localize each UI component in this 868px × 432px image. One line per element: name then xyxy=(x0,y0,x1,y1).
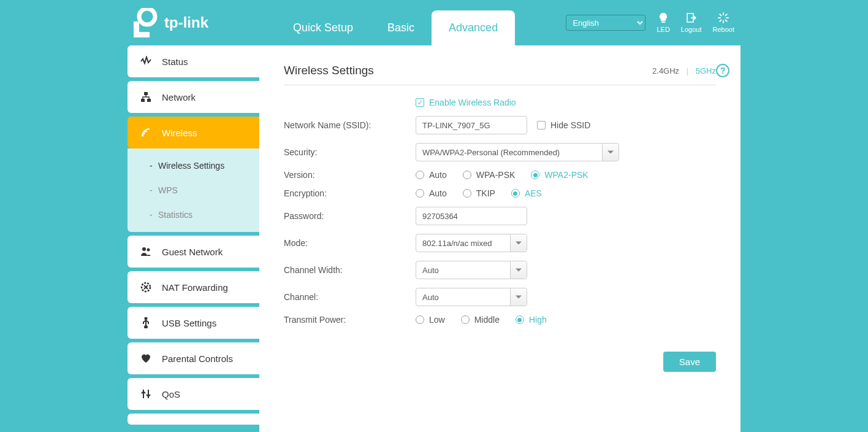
svg-point-15 xyxy=(142,135,144,137)
nat-icon xyxy=(140,281,152,293)
svg-line-9 xyxy=(726,20,727,21)
svg-point-0 xyxy=(139,9,155,25)
logout-button[interactable]: Logout xyxy=(681,12,702,33)
band-24ghz-tab[interactable]: 2.4GHz xyxy=(652,66,679,75)
page-title: Wireless Settings xyxy=(284,64,374,77)
password-input[interactable] xyxy=(416,207,527,225)
sidebar-item-network[interactable]: Network xyxy=(128,81,259,113)
sidebar-subitem-wireless-settings[interactable]: Wireless Settings xyxy=(128,153,259,178)
language-select[interactable]: English xyxy=(566,15,645,31)
enable-wireless-checkbox[interactable]: ✓ Enable Wireless Radio xyxy=(416,98,516,107)
sidebar-item-guest-network[interactable]: Guest Network xyxy=(128,236,259,268)
heart-icon xyxy=(140,352,152,364)
hide-ssid-checkbox[interactable]: Hide SSID xyxy=(537,120,590,130)
version-wpa2-psk-radio[interactable]: WPA2-PSK xyxy=(531,170,588,180)
sidebar-item-parental-controls[interactable]: Parental Controls xyxy=(128,342,259,374)
content-panel: ? Wireless Settings 2.4GHz | 5GHz ✓ Enab… xyxy=(259,45,740,432)
bulb-icon xyxy=(658,12,669,23)
ssid-label: Network Name (SSID): xyxy=(284,120,416,130)
sidebar-item-usb-settings[interactable]: USB Settings xyxy=(128,307,259,339)
channel-label: Channel: xyxy=(284,292,416,302)
band-5ghz-tab[interactable]: 5GHz xyxy=(696,66,716,75)
svg-point-16 xyxy=(142,247,146,251)
network-icon xyxy=(140,91,152,103)
power-middle-radio[interactable]: Middle xyxy=(461,315,500,325)
tab-basic[interactable]: Basic xyxy=(370,10,432,45)
wireless-icon xyxy=(140,126,152,139)
channel-select[interactable]: Auto xyxy=(416,288,527,306)
version-wpa-psk-radio[interactable]: WPA-PSK xyxy=(463,170,516,180)
save-button[interactable]: Save xyxy=(663,352,716,372)
mode-label: Mode: xyxy=(284,238,416,248)
qos-icon xyxy=(140,388,152,400)
security-label: Security: xyxy=(284,147,416,157)
transmit-power-label: Transmit Power: xyxy=(284,315,416,325)
sidebar-item-qos[interactable]: QoS xyxy=(128,378,259,410)
checkbox-icon: ✓ xyxy=(416,98,424,107)
logout-icon xyxy=(686,12,697,23)
sidebar-subitem-statistics[interactable]: Statistics xyxy=(128,202,259,227)
usb-icon xyxy=(140,317,152,329)
guest-icon xyxy=(140,245,152,258)
reboot-button[interactable]: Reboot xyxy=(713,12,734,33)
svg-line-11 xyxy=(726,14,727,15)
channel-width-select[interactable]: Auto xyxy=(416,261,527,279)
checkbox-icon xyxy=(537,121,546,129)
reboot-icon xyxy=(718,12,729,23)
sidebar-item-nat-forwarding[interactable]: NAT Forwarding xyxy=(128,271,259,303)
encryption-tkip-radio[interactable]: TKIP xyxy=(463,188,495,198)
status-icon xyxy=(140,55,152,68)
svg-rect-2 xyxy=(134,32,150,37)
security-select[interactable]: WPA/WPA2-Personal (Recommended) xyxy=(416,143,619,161)
tab-quick-setup[interactable]: Quick Setup xyxy=(276,10,370,45)
svg-rect-12 xyxy=(144,92,148,95)
help-button[interactable]: ? xyxy=(716,64,729,77)
tab-advanced[interactable]: Advanced xyxy=(432,10,515,45)
sidebar-item-status[interactable]: Status xyxy=(128,45,259,77)
password-label: Password: xyxy=(284,211,416,221)
svg-point-20 xyxy=(145,326,147,328)
version-label: Version: xyxy=(284,170,416,180)
svg-rect-14 xyxy=(147,99,151,102)
ssid-input[interactable] xyxy=(416,116,527,134)
encryption-auto-radio[interactable]: Auto xyxy=(416,188,447,198)
encryption-aes-radio[interactable]: AES xyxy=(511,188,542,198)
svg-point-17 xyxy=(147,249,150,252)
brand-logo: tp-link xyxy=(128,8,208,37)
power-low-radio[interactable]: Low xyxy=(416,315,445,325)
led-button[interactable]: LED xyxy=(657,12,669,33)
svg-rect-13 xyxy=(141,99,145,102)
version-auto-radio[interactable]: Auto xyxy=(416,170,447,180)
sidebar-item-wireless[interactable]: Wireless xyxy=(128,117,259,148)
power-high-radio[interactable]: High xyxy=(516,315,547,325)
sidebar-subitem-wps[interactable]: WPS xyxy=(128,178,259,202)
tplink-logo-icon xyxy=(134,8,158,37)
sidebar: Status Network Wireless Wireless Setting… xyxy=(128,45,259,432)
svg-point-19 xyxy=(145,318,147,320)
mode-select[interactable]: 802.11a/n/ac mixed xyxy=(416,234,527,252)
svg-line-10 xyxy=(720,20,721,21)
channel-width-label: Channel Width: xyxy=(284,265,416,275)
sidebar-item-next[interactable] xyxy=(128,414,259,425)
encryption-label: Encryption: xyxy=(284,188,416,198)
brand-name: tp-link xyxy=(164,14,208,31)
svg-line-8 xyxy=(720,14,721,15)
